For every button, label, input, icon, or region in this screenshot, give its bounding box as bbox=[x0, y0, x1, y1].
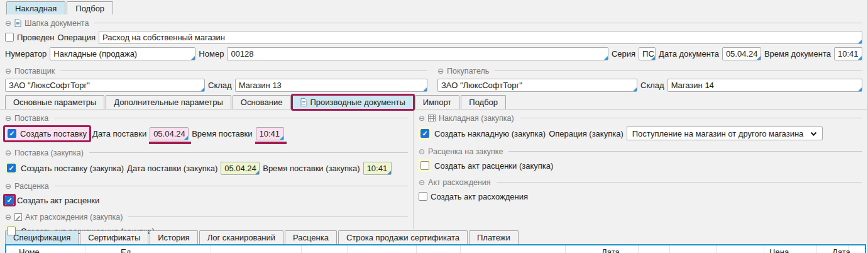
create-pricing-annotation bbox=[5, 196, 14, 205]
numerator-value: Накладные (продажа) bbox=[53, 49, 137, 59]
create-discrepancy-purchase-checkbox[interactable] bbox=[7, 227, 16, 235]
create-delivery-purchase-label: Создать поставку (закупка) bbox=[21, 164, 124, 173]
posted-label: Проведен bbox=[17, 33, 55, 42]
create-delivery-purchase-checkbox[interactable] bbox=[7, 164, 16, 172]
posted-checkbox[interactable] bbox=[5, 33, 14, 42]
operation-label: Операция bbox=[58, 33, 96, 42]
collapse-icon[interactable]: ⊖ bbox=[419, 115, 425, 122]
group-line bbox=[94, 23, 862, 23]
tab-main-parameters[interactable]: Основные параметры bbox=[5, 95, 104, 109]
collapse-icon[interactable]: ⊖ bbox=[419, 179, 425, 186]
create-invoice-purchase-label: Создать накладную (закупка) bbox=[434, 129, 546, 138]
tab-derived-documents[interactable]: Производные документы bbox=[292, 95, 414, 109]
create-discrepancy-checkbox[interactable] bbox=[419, 192, 427, 201]
create-delivery-label: Создать поставку bbox=[20, 129, 87, 138]
delivery-time-label: Время поставки bbox=[192, 129, 252, 138]
group-line bbox=[508, 151, 862, 152]
series-value: ПС bbox=[642, 49, 654, 59]
column-header-date1[interactable]: Дата bbox=[602, 247, 620, 253]
delivery-date-label: Дата поставки bbox=[92, 129, 146, 138]
pricing-title: Расценка bbox=[14, 182, 49, 191]
create-delivery-checkbox[interactable] bbox=[8, 129, 16, 138]
tab-selection-2[interactable]: Подбор bbox=[461, 95, 506, 109]
bottom-tab-bar: Спецификация Сертификаты История Лог ска… bbox=[0, 229, 867, 244]
create-invoice-purchase-checkbox[interactable] bbox=[420, 129, 429, 138]
create-pricing-purchase-checkbox[interactable] bbox=[420, 161, 429, 170]
number-input[interactable]: 00128 bbox=[227, 47, 608, 60]
numerator-input[interactable]: Накладные (продажа) bbox=[50, 47, 195, 60]
operation-purchase-select[interactable]: Поступление на магазин от другого магази… bbox=[627, 126, 823, 140]
doc-date-input[interactable]: 05.04.24 bbox=[722, 47, 761, 60]
tab-additional-parameters[interactable]: Дополнительные параметры bbox=[106, 95, 231, 109]
group-line bbox=[55, 186, 408, 186]
tab-certificates[interactable]: Сертификаты bbox=[80, 230, 148, 244]
group-discrepancy: ⊖ Акт расхождения bbox=[414, 177, 867, 187]
create-pricing-purchase-label: Создать акт расценки (закупка) bbox=[434, 161, 553, 171]
create-pricing-act-label: Создать акт расценки bbox=[17, 196, 99, 205]
panel-left: ⊖ Поставка Создать поставку Дата поставк… bbox=[0, 110, 414, 229]
delivery-time-input[interactable]: 10:41 bbox=[256, 127, 284, 140]
create-invoice-purchase-highlight bbox=[419, 127, 431, 140]
create-pricing-purchase-highlight bbox=[419, 159, 431, 172]
delivery-purchase-date-value: 05.04.24 bbox=[224, 164, 256, 173]
doc-time-value: 10:41 bbox=[838, 49, 859, 59]
column-header-price[interactable]: Цена bbox=[769, 247, 789, 253]
collapse-icon[interactable]: ⊖ bbox=[5, 183, 11, 190]
column-separator bbox=[211, 245, 211, 253]
edit-act-icon bbox=[14, 213, 22, 221]
supplier-input[interactable]: ЗАО "ЛюксСофтТорг" bbox=[5, 79, 205, 92]
supplier-title: Поставщик bbox=[14, 67, 55, 76]
series-label: Серия bbox=[612, 49, 635, 59]
buyer-group: ⊖ Покупатель ЗАО "ЛюксСофтТорг" Склад Ма… bbox=[432, 62, 867, 94]
tab-payments[interactable]: Платежи bbox=[469, 230, 519, 244]
posted-operation-row: Проведен Операция Расход на собственный … bbox=[5, 30, 862, 44]
delivery-purchase-time-input[interactable]: 10:41 bbox=[363, 162, 392, 175]
group-line bbox=[520, 118, 862, 118]
column-separator bbox=[669, 245, 670, 253]
tab-basis[interactable]: Основание bbox=[233, 95, 291, 109]
supplier-warehouse-input[interactable]: Магазин 13 bbox=[235, 79, 427, 92]
collapse-icon[interactable]: ⊖ bbox=[5, 213, 11, 221]
collapse-icon[interactable]: ⊖ bbox=[5, 115, 11, 122]
group-line bbox=[60, 70, 427, 71]
tab-selection[interactable]: Подбор bbox=[67, 1, 113, 14]
column-header-item[interactable]: Номе bbox=[19, 247, 40, 253]
doc-time-label: Время документа bbox=[764, 49, 831, 59]
group-line bbox=[495, 70, 862, 71]
delivery-purchase-date-input[interactable]: 05.04.24 bbox=[221, 162, 260, 175]
doc-time-input[interactable]: 10:41 bbox=[834, 47, 862, 60]
collapse-icon[interactable]: ⊖ bbox=[5, 67, 11, 75]
group-line bbox=[89, 152, 408, 153]
group-pricing-purchase: ⊖ Расценка на закупке bbox=[414, 147, 867, 156]
numerator-row: Нумератор Накладные (продажа) Номер 0012… bbox=[5, 47, 862, 60]
create-pricing-act-checkbox[interactable] bbox=[5, 196, 14, 205]
delivery-date-input[interactable]: 05.04.24 bbox=[150, 127, 189, 140]
supplier-warehouse-value: Магазин 13 bbox=[239, 81, 282, 90]
tab-invoice[interactable]: Накладная bbox=[6, 1, 65, 14]
series-input[interactable]: ПС bbox=[639, 47, 656, 60]
specification-table[interactable]: Номе Ед. Дата Цена Дата bbox=[5, 244, 866, 253]
tab-certificate-sale-row[interactable]: Строка продажи сертификата bbox=[338, 230, 468, 244]
operation-input[interactable]: Расход на собственный магазин bbox=[99, 31, 862, 44]
operation-value: Расход на собственный магазин bbox=[102, 33, 225, 42]
tab-pricing[interactable]: Расценка bbox=[285, 230, 337, 244]
tab-import[interactable]: Импорт bbox=[415, 95, 459, 109]
collapse-icon[interactable]: ⊖ bbox=[5, 20, 11, 27]
column-header-date2[interactable]: Дата bbox=[832, 247, 850, 253]
tab-history[interactable]: История bbox=[150, 230, 197, 244]
collapse-icon[interactable]: ⊖ bbox=[5, 149, 11, 157]
buyer-input[interactable]: ЗАО "ЛюксСофтТорг" bbox=[437, 79, 637, 92]
column-separator bbox=[816, 245, 817, 253]
delivery-time-value: 10:41 bbox=[260, 129, 280, 138]
buyer-warehouse-value: Магазин 14 bbox=[671, 81, 714, 90]
table-document-icon bbox=[428, 115, 436, 121]
column-header-unit[interactable]: Ед. bbox=[121, 247, 133, 253]
invoice-purchase-title: Накладная (закупка) bbox=[439, 114, 514, 123]
collapse-icon[interactable]: ⊖ bbox=[419, 148, 425, 155]
tab-specification[interactable]: Спецификация bbox=[5, 230, 79, 244]
buyer-warehouse-input[interactable]: Магазин 14 bbox=[667, 79, 862, 92]
collapse-icon[interactable]: ⊖ bbox=[437, 67, 444, 75]
number-value: 00128 bbox=[231, 49, 253, 59]
operation-purchase-label: Операция (закупка) bbox=[549, 129, 624, 138]
tab-scan-log[interactable]: Лог сканирований bbox=[199, 230, 283, 244]
